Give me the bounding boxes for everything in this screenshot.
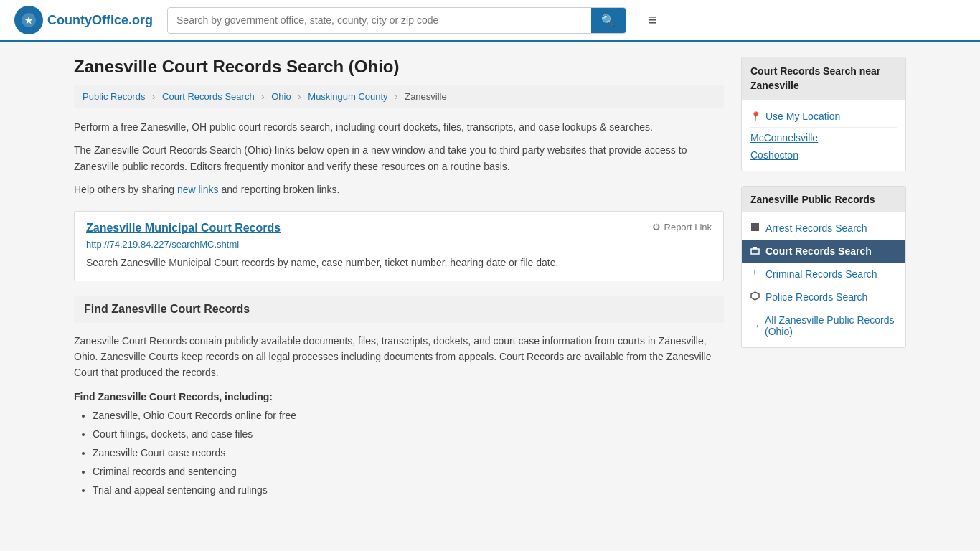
desc-para-1: Perform a free Zanesville, OH public cou… — [74, 119, 724, 135]
desc-para-2: The Zanesville Court Records Search (Ohi… — [74, 142, 724, 174]
logo[interactable]: ★ CountyOffice.org — [14, 6, 153, 34]
find-list: Zanesville, Ohio Court Records online fo… — [74, 408, 724, 498]
breadcrumb-court-records-search[interactable]: Court Records Search — [162, 91, 255, 102]
sidebar-pub-item-court-records-search[interactable]: Court Records Search — [742, 240, 905, 263]
pub-item-label: Arrest Records Search — [765, 222, 867, 234]
pub-item-label: Criminal Records Search — [765, 268, 877, 280]
record-title-link[interactable]: Zanesville Municipal Court Records — [86, 222, 281, 235]
record-description: Search Zanesville Municipal Court record… — [86, 255, 712, 270]
use-location-label: Use My Location — [765, 110, 840, 122]
pub-item-label: Court Records Search — [765, 245, 872, 257]
pub-item-icon — [750, 245, 760, 257]
site-header: ★ CountyOffice.org 🔍 ≡ — [0, 0, 980, 42]
sidebar-pub-item-arrest-records-search[interactable]: Arrest Records Search — [742, 217, 905, 240]
sidebar-pub-item-criminal-records-search[interactable]: !Criminal Records Search — [742, 263, 905, 286]
pub-item-icon: ! — [750, 268, 760, 280]
sidebar-nearby-title: Court Records Search near Zanesville — [742, 57, 905, 100]
new-links-link[interactable]: new links — [177, 184, 219, 195]
all-records-label: All Zanesville Public Records (Ohio) — [765, 314, 897, 337]
sidebar-nearby-body: 📍 Use My Location McConnelsville Coshoct… — [742, 100, 905, 171]
find-including-label: Find Zanesville Court Records, including… — [74, 391, 724, 402]
breadcrumb-ohio[interactable]: Ohio — [271, 91, 291, 102]
search-button[interactable]: 🔍 — [591, 8, 626, 33]
report-link-button[interactable]: ⚙ Report Link — [652, 222, 712, 232]
find-section-title: Find Zanesville Court Records — [84, 303, 714, 316]
pub-item-icon — [750, 291, 760, 303]
pub-item-label: Police Records Search — [765, 291, 867, 303]
record-url-link[interactable]: http://74.219.84.227/searchMC.shtml — [86, 239, 712, 250]
svg-rect-4 — [753, 247, 757, 249]
page-wrap: Zanesville Court Records Search (Ohio) P… — [60, 42, 920, 516]
report-icon: ⚙ — [652, 222, 661, 232]
logo-text: CountyOffice.org — [47, 13, 153, 28]
sidebar: Court Records Search near Zanesville 📍 U… — [741, 57, 906, 501]
sidebar-public-records-box: Zanesville Public Records Arrest Records… — [741, 186, 906, 348]
pub-item-icon — [750, 222, 760, 234]
sidebar-nearby-box: Court Records Search near Zanesville 📍 U… — [741, 57, 906, 171]
list-item: Court filings, dockets, and case files — [93, 427, 724, 442]
use-my-location[interactable]: 📍 Use My Location — [750, 107, 897, 126]
breadcrumb-public-records[interactable]: Public Records — [83, 91, 145, 102]
record-card: Zanesville Municipal Court Records ⚙ Rep… — [74, 211, 724, 281]
list-item: Trial and appeal sentencing and rulings — [93, 483, 724, 498]
nearby-link-coshocton[interactable]: Coshocton — [750, 146, 897, 164]
svg-marker-6 — [751, 292, 759, 300]
find-section-header: Find Zanesville Court Records — [74, 296, 724, 323]
find-description: Zanesville Court Records contain publicl… — [74, 333, 724, 381]
breadcrumb-muskingum[interactable]: Muskingum County — [308, 91, 387, 102]
page-title: Zanesville Court Records Search (Ohio) — [74, 57, 724, 77]
location-pin-icon: 📍 — [750, 111, 761, 121]
breadcrumb: Public Records › Court Records Search › … — [74, 85, 724, 108]
arrow-icon: → — [750, 320, 760, 331]
find-section-body: Zanesville Court Records contain publicl… — [74, 323, 724, 498]
list-item: Zanesville Court case records — [93, 446, 724, 461]
hamburger-menu[interactable]: ≡ — [648, 11, 657, 29]
desc-para-3: Help others by sharing new links and rep… — [74, 182, 724, 197]
all-records-link[interactable]: →All Zanesville Public Records (Ohio) — [742, 309, 905, 343]
svg-text:★: ★ — [24, 15, 33, 26]
sidebar-pub-item-police-records-search[interactable]: Police Records Search — [742, 286, 905, 309]
svg-rect-2 — [751, 223, 759, 231]
logo-icon: ★ — [14, 6, 43, 34]
main-content: Zanesville Court Records Search (Ohio) P… — [74, 57, 724, 501]
breadcrumb-zanesville: Zanesville — [405, 91, 447, 102]
svg-rect-3 — [751, 249, 759, 254]
nearby-link-mcconnelsville[interactable]: McConnelsville — [750, 129, 897, 146]
list-item: Criminal records and sentencing — [93, 464, 724, 479]
sidebar-public-title: Zanesville Public Records — [742, 187, 905, 212]
record-card-header: Zanesville Municipal Court Records ⚙ Rep… — [86, 222, 712, 235]
list-item: Zanesville, Ohio Court Records online fo… — [93, 408, 724, 423]
svg-text:!: ! — [753, 268, 756, 278]
search-input[interactable] — [168, 8, 591, 33]
search-bar: 🔍 — [167, 7, 626, 34]
sidebar-public-body: Arrest Records SearchCourt Records Searc… — [742, 212, 905, 347]
